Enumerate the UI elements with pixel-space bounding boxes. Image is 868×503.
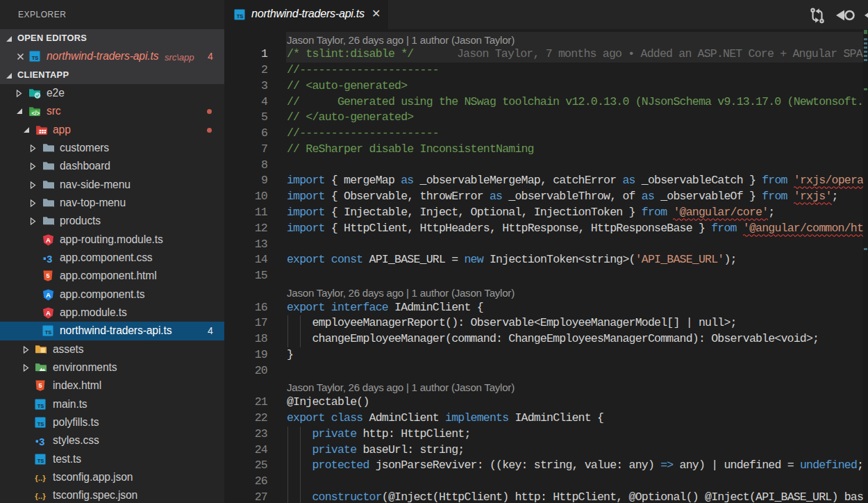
svg-text:TS: TS [237, 13, 244, 19]
svg-text:{..}: {..} [35, 492, 46, 500]
svg-text:TS: TS [37, 457, 44, 463]
svg-text:TS: TS [37, 402, 44, 409]
svg-text:5: 5 [38, 382, 42, 389]
svg-text:A: A [46, 309, 51, 317]
svg-text:3: 3 [39, 436, 44, 447]
svg-text:TS: TS [37, 421, 44, 427]
svg-text:A: A [46, 236, 51, 243]
svg-text:A: A [46, 290, 51, 298]
svg-text:{..}: {..} [35, 474, 46, 482]
svg-text:</>: </> [31, 110, 40, 117]
svg-text:3: 3 [47, 254, 52, 264]
svg-text:TS: TS [32, 55, 39, 61]
svg-text:5: 5 [46, 272, 49, 279]
svg-text:TS: TS [45, 329, 52, 336]
